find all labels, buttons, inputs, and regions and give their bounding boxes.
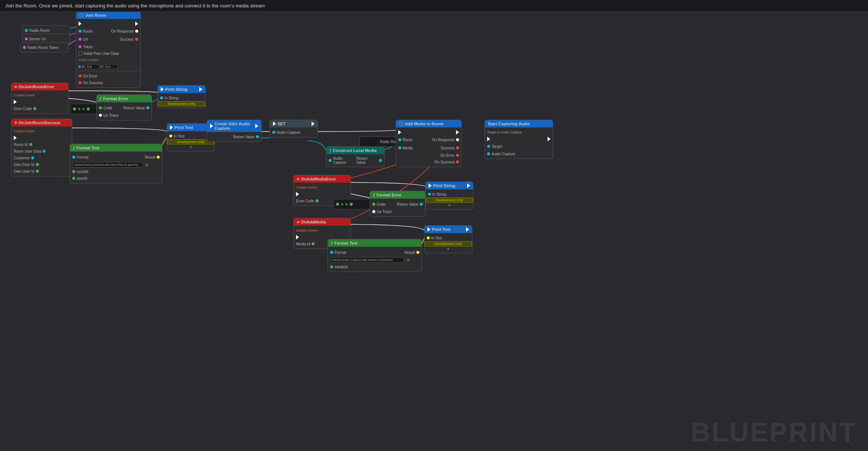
ft2-result-pin: [416, 251, 419, 254]
server-url-output-pin: [25, 37, 28, 40]
own-peer-id-pin: [36, 163, 39, 166]
print-string-2-title: Print String: [433, 183, 455, 188]
url-input-pin: [79, 38, 82, 41]
blueprint-watermark: BLUEPRINT: [691, 417, 857, 447]
format-text-2-header: ƒ Format Text: [328, 239, 422, 247]
top-description-bar: Join the Room. Once we joined, start cap…: [0, 0, 868, 12]
pt2-in-text-pin: [427, 236, 430, 239]
coac-title: Create Odin Audio Capture: [214, 122, 254, 130]
relay-in: [73, 107, 76, 110]
join-room-exec-in: [79, 21, 82, 26]
relay2-in: [336, 203, 339, 206]
customer-pin: [31, 156, 34, 159]
initial-peer-checkbox[interactable]: [79, 52, 82, 55]
format-text-2-title: Format Text: [335, 241, 357, 245]
sca-subtitle: Target is Audio Capture: [487, 130, 522, 134]
pt2-dev-only-badge: Development Only: [425, 241, 472, 246]
format-text-2-node: ƒ Format Text Format Result ⊞ mediaId: [327, 239, 422, 272]
room-id-pin: [29, 143, 32, 146]
on-join-room-error-header: ◆ OnJoinRoomError: [11, 83, 68, 90]
oam-header: ◆ OnAddMedia: [294, 218, 350, 226]
on-response-pin: [135, 30, 138, 33]
print-text-2-header: Print Text: [425, 226, 472, 233]
format-error-1-node: ƒ Format Error Code Return Value Ue Trac…: [96, 94, 152, 120]
format-text-1-header: ƒ Format Text: [70, 144, 162, 152]
initial-pos-pin: [79, 66, 81, 68]
amtr-on-success-pin: [456, 160, 459, 163]
oam-media-id-pin: [312, 242, 315, 245]
on-join-room-error-title: OnJoinRoomError: [19, 84, 54, 89]
ps1-in-string-pin: [160, 96, 163, 99]
ps2-dev-only-badge: Development Only: [426, 198, 473, 203]
ps1-dev-only-badge: Development Only: [158, 101, 205, 106]
amtr-title: Add Media to Room: [405, 122, 443, 126]
pos-y-input[interactable]: [104, 64, 118, 69]
coac-exec-in: [210, 124, 213, 128]
ft1-format-pin: [72, 156, 75, 159]
format-error-1-title: Format Error: [103, 96, 128, 101]
fe2-code-pin: [372, 203, 375, 206]
pt1-in-text-pin: [169, 135, 172, 137]
relay-out: [87, 107, 90, 110]
set-header: SET: [270, 120, 317, 127]
ps2-in-string-pin: [428, 193, 431, 196]
pos-x-input[interactable]: [85, 64, 99, 69]
ps1-exec-in: [161, 87, 164, 92]
clm-audio-capture-pin: [329, 159, 332, 162]
format-error-2-node: ƒ Format Error Code Return Value Ue Trac…: [370, 191, 425, 217]
oam-title: OnAddMedia: [301, 220, 326, 224]
print-string-1-title: Print String: [165, 87, 187, 92]
print-string-2-header: Print String: [426, 182, 473, 189]
ps1-exec-out: [199, 87, 202, 92]
join-room-title: Join Room: [85, 13, 106, 17]
radio-room-token-node: Radio Room Token: [20, 42, 69, 53]
amtr-exec-out: [456, 130, 459, 135]
success-pin: [135, 38, 138, 41]
on-error-join-pin: [79, 74, 82, 77]
ft2-format-input[interactable]: [330, 257, 404, 263]
amtr-header: Add Media to Room: [396, 120, 461, 127]
sca-header: Start Capturing Audio: [485, 120, 553, 127]
create-odin-audio-capture-node: Create Odin Audio Capture Return Value: [207, 120, 262, 142]
ps2-exec-out: [467, 183, 470, 188]
print-string-2-node: Print String In String Development Only …: [425, 182, 473, 210]
server-url-label: Server Url: [29, 37, 46, 41]
on-join-room-error-node: ◆ OnJoinRoomError Custom Event Error Cod…: [11, 83, 69, 114]
ft1-peerid-pin: [72, 177, 75, 180]
sca-title: Start Capturing Audio: [488, 122, 530, 126]
radio-room-label: Radio Room: [29, 29, 50, 33]
oame-error-code-pin: [316, 199, 319, 202]
format-code-pin: [99, 106, 102, 109]
ojrs-exec-out: [14, 136, 17, 140]
radio-room-output-pin: [25, 29, 28, 32]
ft1-format-input[interactable]: [72, 162, 143, 168]
ft2-format-pin: [330, 251, 333, 254]
coac-header: Create Odin Audio Capture: [207, 120, 261, 132]
format-return-pin: [146, 106, 149, 109]
fe2-ue-trace-pin: [372, 210, 375, 213]
amtr-on-response-pin: [456, 138, 459, 141]
sca-audio-capture-pin: [487, 152, 490, 155]
clm-title: Construct Local Media: [333, 148, 377, 153]
coac-return-pin: [256, 135, 259, 138]
amtr-on-error-pin: [456, 154, 459, 157]
clm-return-pin: [379, 159, 382, 162]
token-input-pin: [79, 45, 82, 48]
amtr-clock-icon: [399, 122, 403, 126]
join-room-node: Join Room Room On Response Ur: [76, 11, 141, 88]
sca-target-pin: [487, 145, 490, 148]
format-text-1-title: Format Text: [77, 146, 100, 150]
oame-header: ◆ OnAddMediaError: [294, 175, 350, 183]
ue-trace-pin: [99, 114, 102, 117]
format-text-1-node: ƒ Format Text Format Result ⊞ roomId: [70, 144, 162, 183]
set-audio-capture-pin: [272, 131, 275, 134]
error-code-pin: [33, 107, 36, 110]
room-input-pin: [79, 30, 82, 33]
clock-icon: [79, 13, 84, 17]
room-user-data-pin: [43, 150, 46, 153]
format-error-2-header: ƒ Format Error: [370, 191, 425, 199]
ft1-roomid-pin: [72, 170, 75, 173]
pt2-exec-out: [466, 227, 469, 232]
amtr-room-pin: [398, 138, 401, 141]
construct-local-media-node: ƒ Construct Local Media Audio Capture Re…: [326, 146, 385, 167]
